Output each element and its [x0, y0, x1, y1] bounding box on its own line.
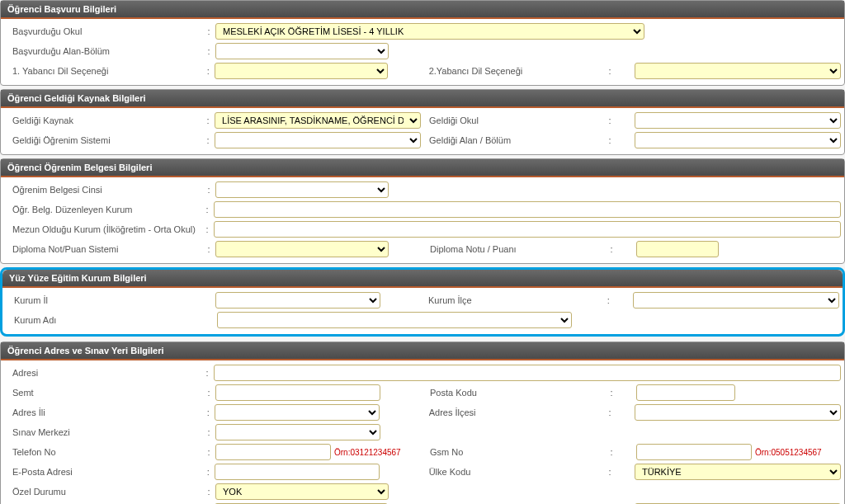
label-belge-duzenleyen: Öğr. Belg. Düzenleyen Kurum: [4, 205, 201, 214]
label-belge-cinsi: Öğrenim Belgesi Cinsi: [4, 185, 202, 195]
input-telefon[interactable]: [215, 444, 331, 460]
hint-telefon: Örn:03121234567: [334, 448, 401, 457]
select-geldigi-okul[interactable]: [635, 112, 841, 129]
label-mezun-kurum: Mezun Olduğu Kurum (İlköğretim - Orta Ok…: [4, 224, 201, 234]
select-dil2[interactable]: [635, 63, 841, 79]
label-ozel: Özel Durumu: [4, 487, 202, 497]
label-kurum-ilce: Kurum İlçe: [420, 295, 583, 305]
section-header-basvuru: Öğrenci Başvuru Bilgileri: [1, 1, 844, 19]
label-diploma-notu: Diploma Notu / Puanı: [422, 244, 587, 254]
label-geldigi-okul: Geldiği Okul: [421, 115, 585, 125]
input-posta[interactable]: [636, 384, 735, 401]
input-gsm[interactable]: [636, 444, 752, 460]
select-geldigi-alan[interactable]: [635, 132, 841, 148]
label-adres-il: Adres İli: [4, 407, 201, 417]
select-sinav-merkezi[interactable]: [215, 424, 380, 440]
label-kurum-ad: Kurum Adı: [6, 315, 204, 325]
section-header-belge: Öğrenci Öğrenim Belgesi Bilgileri: [1, 159, 844, 177]
input-semt[interactable]: [215, 384, 380, 401]
section-header-adres: Öğrenci Adres ve Sınav Yeri Bilgileri: [1, 342, 844, 360]
label-dil2: 2.Yabancı Dil Seçeneği: [421, 66, 585, 76]
select-kurum-ilce[interactable]: [633, 292, 839, 309]
label-semt: Semt: [4, 388, 202, 398]
section-belge: Öğrenci Öğrenim Belgesi Bilgileri Öğreni…: [0, 158, 845, 264]
section-header-kaynak: Öğrenci Geldiği Kaynak Bilgileri: [1, 90, 844, 108]
label-geldigi-kaynak: Geldiği Kaynak: [4, 115, 201, 125]
select-basvuru-alan[interactable]: [215, 43, 389, 59]
section-adres: Öğrenci Adres ve Sınav Yeri Bilgileri Ad…: [0, 341, 845, 504]
label-sinav-merkezi: Sınav Merkezi: [4, 427, 202, 437]
select-ozel[interactable]: YOK: [215, 483, 389, 500]
input-diploma-notu[interactable]: [636, 241, 719, 257]
input-eposta[interactable]: [215, 464, 380, 480]
label-basvuru-okul: Başvurduğu Okul: [4, 26, 202, 36]
label-dil1: 1. Yabancı Dil Seçeneği: [4, 66, 201, 76]
section-basvuru: Öğrenci Başvuru Bilgileri Başvurduğu Oku…: [0, 0, 845, 86]
label-geldigi-sistem: Geldiği Öğrenim Sistemi: [4, 135, 201, 145]
select-geldigi-kaynak[interactable]: LİSE ARASINIF, TASDİKNAME, ÖĞRENCİ DURUM…: [215, 112, 421, 129]
input-adres[interactable]: [214, 365, 841, 381]
section-kaynak: Öğrenci Geldiği Kaynak Bilgileri Geldiği…: [0, 89, 845, 155]
select-basvuru-okul[interactable]: MESLEKİ AÇIK ÖĞRETİM LİSESİ - 4 YILLIK: [215, 23, 644, 40]
input-belge-duzenleyen[interactable]: [214, 201, 841, 218]
label-basvuru-alan: Başvurduğu Alan-Bölüm: [4, 46, 202, 56]
select-diploma-sistem[interactable]: [215, 241, 389, 257]
label-telefon: Telefon No: [4, 447, 202, 457]
select-belge-cinsi[interactable]: [215, 181, 389, 198]
label-posta: Posta Kodu: [422, 388, 587, 398]
hint-gsm: Örn:05051234567: [755, 448, 822, 457]
label-gsm: Gsm No: [422, 447, 587, 457]
select-geldigi-sistem[interactable]: [215, 132, 421, 148]
select-dil1[interactable]: [215, 63, 388, 79]
label-ulke: Ülke Kodu: [421, 467, 585, 477]
select-kurum-il[interactable]: [215, 292, 380, 309]
label-adres-ilce: Adres İlçesi: [421, 407, 585, 417]
label-eposta: E-Posta Adresi: [4, 467, 201, 477]
select-ulke[interactable]: TÜRKİYE: [635, 464, 841, 480]
section-yuzyuze-highlight: Yüz Yüze Eğitim Kurum Bilgileri Kurum İl…: [0, 267, 845, 337]
section-header-yuzyuze: Yüz Yüze Eğitim Kurum Bilgileri: [2, 270, 843, 288]
input-mezun-kurum[interactable]: [214, 221, 841, 238]
select-adres-il[interactable]: [215, 404, 380, 421]
select-adres-ilce[interactable]: [635, 404, 841, 421]
label-geldigi-alan: Geldiği Alan / Bölüm: [421, 135, 585, 145]
select-kurum-ad[interactable]: [217, 312, 572, 328]
label-diploma-sistem: Diploma Not/Puan Sistemi: [4, 244, 202, 254]
label-kurum-il: Kurum İl: [6, 295, 202, 305]
label-adres: Adresi: [4, 368, 201, 378]
